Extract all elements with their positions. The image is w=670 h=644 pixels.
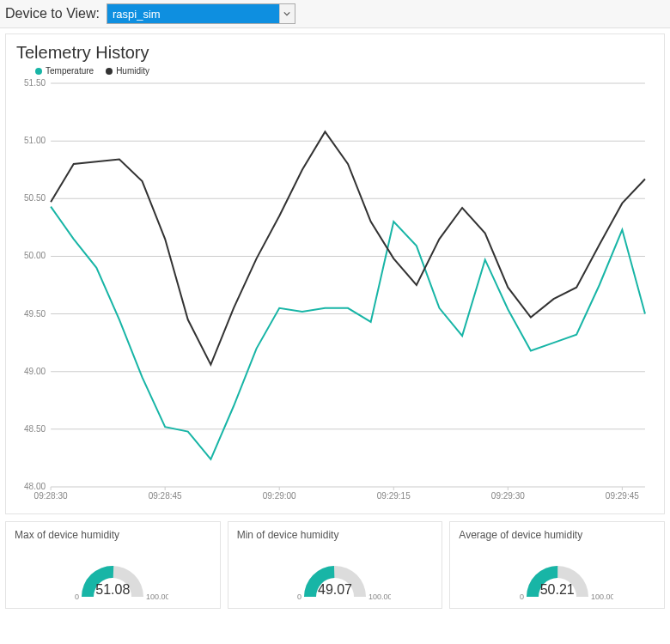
legend-dot-icon — [106, 68, 113, 75]
svg-text:50.50: 50.50 — [24, 193, 46, 203]
gauge-chart: 0100.00 49.07 — [237, 546, 434, 601]
svg-text:49.50: 49.50 — [24, 309, 46, 319]
telemetry-chart-card: Telemetry History Temperature Humidity 4… — [5, 33, 665, 514]
device-select-label: Device to View: — [5, 6, 100, 21]
gauge-value: 49.07 — [318, 582, 352, 598]
svg-text:09:29:00: 09:29:00 — [263, 491, 296, 501]
svg-text:0: 0 — [75, 592, 79, 601]
main-content: Telemetry History Temperature Humidity 4… — [0, 28, 670, 614]
gauge-chart: 0100.00 51.08 — [15, 546, 211, 601]
svg-text:48.50: 48.50 — [24, 424, 46, 434]
legend-item-temperature[interactable]: Temperature — [35, 66, 94, 76]
svg-text:48.00: 48.00 — [24, 482, 46, 491]
legend-item-humidity[interactable]: Humidity — [106, 66, 149, 76]
gauge-row: Max of device humidity 0100.00 51.08 Min… — [5, 521, 665, 609]
svg-text:09:28:45: 09:28:45 — [149, 491, 182, 501]
gauge-title: Average of device humidity — [459, 529, 655, 541]
device-select[interactable]: raspi_sim — [107, 3, 295, 24]
legend-label: Temperature — [46, 66, 94, 76]
chevron-down-icon — [279, 4, 295, 23]
svg-text:100.00: 100.00 — [146, 592, 168, 601]
gauge-title: Max of device humidity — [15, 529, 211, 541]
svg-text:100.00: 100.00 — [368, 592, 391, 601]
legend-dot-icon — [35, 68, 42, 75]
svg-text:0: 0 — [520, 592, 524, 601]
svg-text:100.00: 100.00 — [591, 592, 613, 601]
gauge-max-humidity: Max of device humidity 0100.00 51.08 — [5, 521, 221, 609]
gauge-value: 50.21 — [540, 582, 575, 598]
gauge-title: Min of device humidity — [237, 529, 434, 541]
device-select-value: raspi_sim — [107, 4, 279, 23]
chart-title: Telemetry History — [16, 43, 654, 63]
svg-text:49.00: 49.00 — [24, 367, 46, 376]
svg-text:09:29:45: 09:29:45 — [606, 491, 639, 501]
svg-text:51.00: 51.00 — [24, 136, 46, 145]
telemetry-chart: 48.0048.5049.0049.5050.0050.5051.0051.50… — [16, 79, 654, 508]
gauge-chart: 0100.00 50.21 — [459, 546, 655, 601]
gauge-value: 51.08 — [95, 582, 130, 598]
svg-text:51.50: 51.50 — [24, 79, 46, 88]
gauge-min-humidity: Min of device humidity 0100.00 49.07 — [228, 521, 443, 609]
svg-text:0: 0 — [297, 592, 302, 601]
header-bar: Device to View: raspi_sim — [0, 0, 670, 28]
chart-legend: Temperature Humidity — [35, 66, 654, 76]
svg-text:50.00: 50.00 — [24, 251, 46, 260]
svg-text:09:29:15: 09:29:15 — [377, 491, 411, 501]
gauge-avg-humidity: Average of device humidity 0100.00 50.21 — [449, 521, 665, 609]
legend-label: Humidity — [116, 66, 149, 76]
svg-text:09:29:30: 09:29:30 — [491, 491, 525, 501]
svg-text:09:28:30: 09:28:30 — [34, 491, 68, 501]
